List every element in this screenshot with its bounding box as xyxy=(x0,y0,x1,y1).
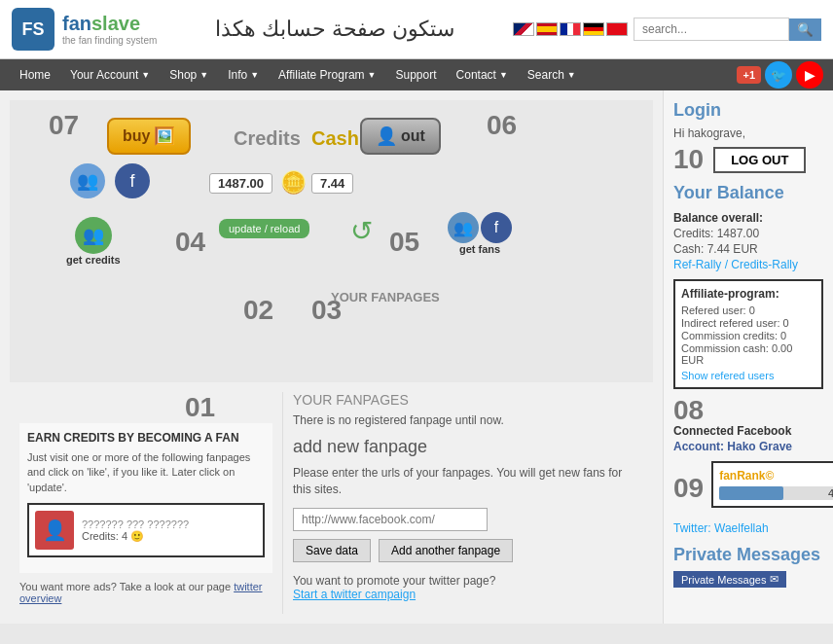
fb-account-label: Account: xyxy=(673,440,724,453)
fan-credits-text: Credits: 4 xyxy=(82,530,127,542)
nav-your-account[interactable]: Your Account ▼ xyxy=(60,59,160,90)
num-08-label: 08 xyxy=(673,397,704,424)
affiliate-indirect: Indirect refered user: 0 xyxy=(681,317,815,329)
out-button[interactable]: 👤 out xyxy=(360,118,441,155)
get-fans-icon2: f xyxy=(481,212,512,243)
youtube-nav-button[interactable]: ▶ xyxy=(796,61,823,89)
header-right: 🔍 xyxy=(513,18,821,41)
search-input[interactable] xyxy=(634,18,789,41)
num-02-label: 02 xyxy=(243,295,273,326)
nav-support[interactable]: Support xyxy=(386,59,447,90)
logo-slave: slave xyxy=(91,13,140,34)
nav-home[interactable]: Home xyxy=(10,59,60,90)
twitter-label: Twitter: xyxy=(673,521,711,535)
balance-cash-display: 7.44 xyxy=(311,173,353,194)
nav-contact[interactable]: Contact ▼ xyxy=(447,59,518,90)
balance-credits-display: 1487.00 xyxy=(209,173,272,194)
pm-badge-text: Private Messages xyxy=(681,574,766,586)
search-button[interactable]: 🔍 xyxy=(789,18,821,41)
pm-badge[interactable]: Private Messages ✉ xyxy=(673,571,786,588)
flag-fr[interactable] xyxy=(560,22,581,36)
buy-icon: 🖼️ xyxy=(154,125,175,147)
affiliate-box: Affiliate-program: Refered user: 0 Indir… xyxy=(673,279,823,389)
flag-gb[interactable] xyxy=(513,22,534,36)
language-flags xyxy=(513,22,628,36)
facebook-icon: f xyxy=(115,163,150,198)
flag-de[interactable] xyxy=(583,22,604,36)
twitter-campaign-link[interactable]: Start a twitter campaign xyxy=(293,588,416,601)
get-credits-area: 👥 get credits xyxy=(66,217,121,266)
nav-shop[interactable]: Shop ▼ xyxy=(160,59,218,90)
google-plus-button[interactable]: +1 xyxy=(737,66,761,84)
lower-content: 01 EARN CREDITS BY BECOMING A FAN Just v… xyxy=(10,392,653,614)
num-10-label: 10 xyxy=(673,146,704,173)
coin-icon: 🪙 xyxy=(280,170,307,196)
get-fans-area: 👥 f get fans xyxy=(448,212,512,255)
fanpages-title: YOUR FANPAGES xyxy=(293,392,643,408)
your-account-arrow: ▼ xyxy=(141,70,150,80)
cash-label: Cash xyxy=(311,127,359,150)
num-08-area: 08 xyxy=(673,397,823,424)
nav-social: +1 🐦 ▶ xyxy=(737,61,823,89)
buy-label: buy xyxy=(123,127,150,145)
get-credits-label: get credits xyxy=(66,254,121,266)
fanrank-title: fanRank© xyxy=(719,469,833,483)
logo-icon: FS xyxy=(12,8,54,51)
sidebar: Login Hi hakograve, 10 LOG OUT Your Bala… xyxy=(663,90,833,624)
balance-ref-link[interactable]: Ref-Rally / Credits-Rally xyxy=(673,258,823,271)
twitter-nav-button[interactable]: 🐦 xyxy=(765,61,792,89)
flag-tr[interactable] xyxy=(606,22,628,36)
header: FS fanslave the fan finding system ستكون… xyxy=(0,0,833,59)
ads-text: You want more ads? Take a look at our pa… xyxy=(19,581,234,592)
nav-info[interactable]: Info ▼ xyxy=(218,59,269,90)
add-another-fanpage-button[interactable]: Add another fanpage xyxy=(379,539,513,562)
twitter-account: Twitter: Waelfellah xyxy=(673,521,823,535)
arabic-title: ستكون صفحة حسابك هكذا xyxy=(215,17,454,42)
info-arrow: ▼ xyxy=(250,70,259,80)
twitter-promo: You want to promote your twitter page? S… xyxy=(293,574,643,601)
main-content: 07 06 04 05 02 03 buy 🖼️ Credits Cash 👤 … xyxy=(0,90,833,624)
search-bar: 🔍 xyxy=(634,18,821,41)
fanrank-bar-bg: 4 xyxy=(719,486,833,500)
credits-label: Credits xyxy=(234,127,301,150)
logout-area: 10 LOG OUT xyxy=(673,146,823,173)
content-area: 07 06 04 05 02 03 buy 🖼️ Credits Cash 👤 … xyxy=(0,90,663,624)
refresh-icon: ↺ xyxy=(350,215,373,247)
logo-fs-text: FS xyxy=(21,19,44,40)
out-icon: 👤 xyxy=(376,125,397,147)
nav-bar: Home Your Account ▼ Shop ▼ Info ▼ Affili… xyxy=(0,59,833,90)
flag-es[interactable] xyxy=(536,22,558,36)
fanrank-value: 4 xyxy=(828,486,833,500)
out-label: out xyxy=(401,127,425,145)
update-button[interactable]: update / reload xyxy=(219,219,309,238)
num-07-label: 07 xyxy=(49,110,79,141)
logo-brand: fanslave xyxy=(62,12,157,35)
fan-card-info: ??????? ??? ??????? Credits: 4 🙂 xyxy=(82,519,189,543)
balance-cash-label: Cash: 7.44 EUR xyxy=(673,242,823,256)
contact-arrow: ▼ xyxy=(499,70,508,80)
lower-right: YOUR FANPAGES There is no registered fan… xyxy=(282,392,653,614)
sidebar-greeting: Hi hakograve, xyxy=(673,126,823,140)
sidebar-balance: Your Balance Balance overall: Credits: 1… xyxy=(673,183,823,535)
get-fans-label: get fans xyxy=(459,243,500,255)
your-fanpages-label: YOUR FANPAGES xyxy=(331,290,440,304)
earn-title: EARN CREDITS BY BECOMING A FAN xyxy=(27,431,265,445)
logout-button[interactable]: LOG OUT xyxy=(713,147,806,173)
save-data-button[interactable]: Save data xyxy=(293,539,371,562)
smiley-icon: 🙂 xyxy=(130,530,144,542)
balance-credits-label: Credits: 1487.00 xyxy=(673,227,823,240)
show-refered-users-link[interactable]: Show refered users xyxy=(681,370,815,381)
logo-fan: fan xyxy=(62,13,91,34)
get-credits-icon: 👥 xyxy=(75,217,112,254)
fb-account: Account: Hako Grave xyxy=(673,440,823,453)
nav-affiliate[interactable]: Affiliate Program ▼ xyxy=(269,59,385,90)
nav-search[interactable]: Search ▼ xyxy=(518,59,586,90)
buy-button[interactable]: buy 🖼️ xyxy=(107,118,191,155)
search-arrow: ▼ xyxy=(567,70,576,80)
affiliate-cash: Commission cash: 0.00 EUR xyxy=(681,342,815,366)
fan-card: 👤 ??????? ??? ??????? Credits: 4 🙂 xyxy=(27,503,265,557)
earn-description: Just visit one or more of the following … xyxy=(27,450,265,495)
affiliate-credits: Commission credits: 0 xyxy=(681,330,815,341)
balance-title: Your Balance xyxy=(673,183,823,203)
fanpage-url-input[interactable] xyxy=(293,508,488,531)
